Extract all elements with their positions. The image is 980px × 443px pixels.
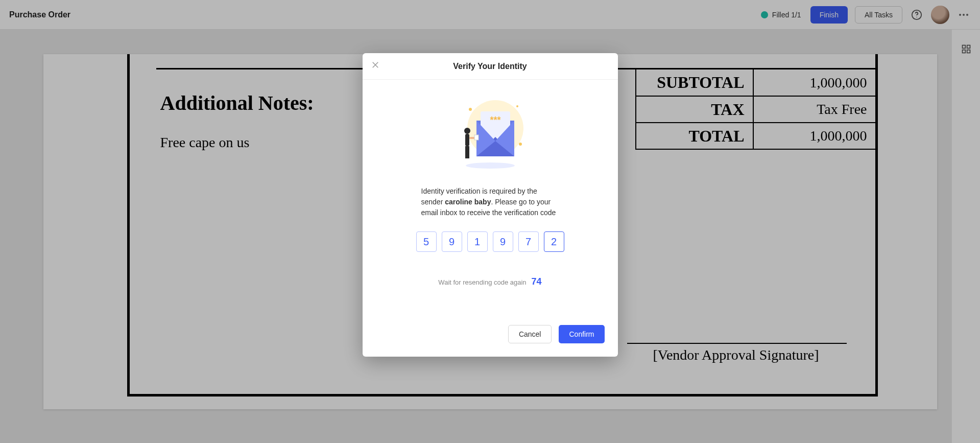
svg-rect-20 <box>465 146 467 158</box>
svg-point-9 <box>516 105 518 107</box>
svg-rect-21 <box>467 146 469 158</box>
code-digit-6[interactable] <box>544 231 564 252</box>
code-digit-4[interactable] <box>493 231 513 252</box>
code-digit-3[interactable] <box>467 231 488 252</box>
svg-text:***: *** <box>490 115 500 125</box>
svg-point-8 <box>469 108 472 111</box>
close-icon[interactable] <box>371 60 381 71</box>
svg-rect-22 <box>474 135 479 140</box>
code-digit-5[interactable] <box>518 231 539 252</box>
resend-countdown: 74 <box>532 276 542 287</box>
modal-title: Verify Your Identity <box>453 62 527 71</box>
modal-sender: caroline baby <box>445 198 491 206</box>
verify-identity-modal: Verify Your Identity *** <box>363 53 618 357</box>
modal-backdrop: Verify Your Identity *** <box>0 0 980 443</box>
svg-point-10 <box>519 143 522 146</box>
svg-rect-18 <box>465 134 469 146</box>
resend-label: Wait for resending code again <box>438 278 526 286</box>
modal-description: Identity verification is required by the… <box>421 186 559 218</box>
code-input-row <box>416 231 564 252</box>
envelope-illustration-icon: *** <box>452 95 529 172</box>
confirm-button[interactable]: Confirm <box>559 325 604 343</box>
svg-point-17 <box>464 128 470 134</box>
svg-point-6 <box>466 162 515 169</box>
cancel-button[interactable]: Cancel <box>508 325 552 343</box>
code-digit-1[interactable] <box>416 231 437 252</box>
code-digit-2[interactable] <box>442 231 462 252</box>
